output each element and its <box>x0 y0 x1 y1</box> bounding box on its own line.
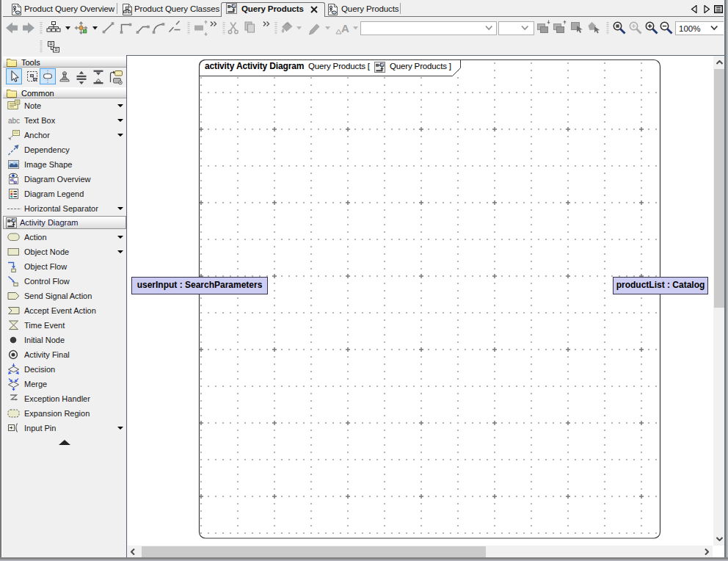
svg-text:A: A <box>341 22 349 35</box>
svg-text:100%: 100% <box>679 24 700 33</box>
svg-text:abc: abc <box>8 117 20 125</box>
